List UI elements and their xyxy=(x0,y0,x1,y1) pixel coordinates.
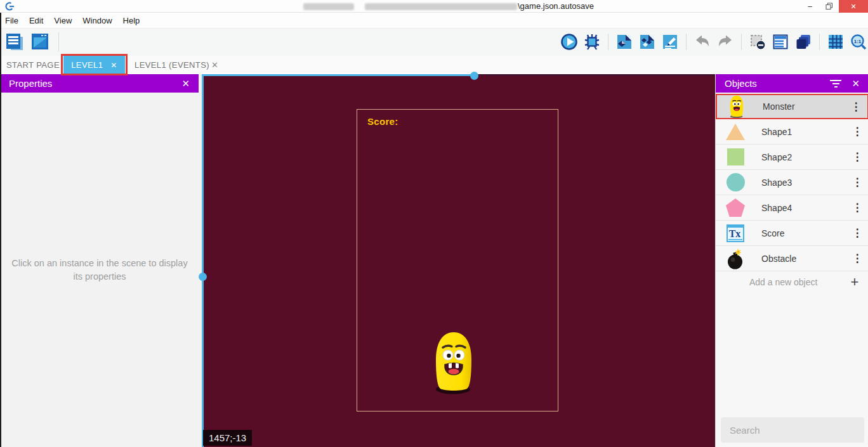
object-label: Shape1 xyxy=(761,127,846,137)
tab-start-page[interactable]: START PAGE xyxy=(6,56,60,74)
window-title: \game.json.autosave xyxy=(518,1,594,11)
tab-level1-close-icon[interactable]: ✕ xyxy=(110,61,117,70)
properties-empty-message: Click on an instance in the scene to dis… xyxy=(11,257,188,283)
objects-panel: Objects ✕ Monster ⋮ xyxy=(715,74,868,447)
panel-splitter-top-right[interactable] xyxy=(475,74,715,76)
monster-instance[interactable] xyxy=(433,331,475,396)
window-left-edge xyxy=(0,13,1,447)
splitter-handle-top[interactable] xyxy=(470,72,478,80)
kebab-menu-icon[interactable]: ⋮ xyxy=(846,176,868,189)
svg-text:Tx: Tx xyxy=(729,228,741,239)
toolbar-divider xyxy=(608,34,608,50)
panel-splitter-left[interactable] xyxy=(202,74,204,447)
object-label: Monster xyxy=(763,101,845,112)
zoom-ratio-label: 1:1 xyxy=(854,39,862,44)
add-object-plus-icon[interactable]: + xyxy=(841,274,868,290)
filter-icon[interactable] xyxy=(830,80,841,87)
properties-panel-title: Properties xyxy=(9,78,181,89)
object-row-monster[interactable]: Monster ⋮ xyxy=(716,94,868,119)
bomb-thumbnail xyxy=(725,247,746,270)
kebab-menu-icon[interactable]: ⋮ xyxy=(845,100,867,113)
kebab-menu-icon[interactable]: ⋮ xyxy=(846,201,868,214)
play-icon[interactable] xyxy=(561,34,577,50)
close-button[interactable]: ✕ xyxy=(839,0,868,13)
layers-icon[interactable] xyxy=(795,34,812,50)
splitter-handle-left[interactable] xyxy=(199,273,207,281)
object-row-shape4[interactable]: Shape4 ⋮ xyxy=(716,195,868,221)
object-label: Shape4 xyxy=(761,203,846,213)
properties-panel: Properties ✕ Click on an instance in the… xyxy=(0,74,202,447)
pentagon-thumbnail xyxy=(726,198,745,217)
object-groups-icon[interactable] xyxy=(639,34,655,50)
object-label: Obstacle xyxy=(761,254,846,264)
debug-icon[interactable] xyxy=(584,34,600,50)
properties-panel-header: Properties ✕ xyxy=(0,74,199,93)
menubar: File Edit View Window Help xyxy=(0,13,868,29)
instances-list-icon[interactable] xyxy=(772,34,789,50)
search-icon xyxy=(856,424,857,436)
edit-scene-properties-icon[interactable] xyxy=(662,34,678,50)
object-label: Shape3 xyxy=(761,178,846,188)
object-search-input[interactable] xyxy=(730,425,856,436)
gdevelop-logo-icon xyxy=(4,1,15,11)
tabbar: START PAGE LEVEL1 ✕ LEVEL1 (EVENTS) ✕ xyxy=(0,56,868,74)
objects-panel-title: Objects xyxy=(725,78,830,89)
toolbar-divider xyxy=(58,32,59,51)
panel-splitter-top[interactable] xyxy=(202,74,475,76)
tab-level1-label: LEVEL1 xyxy=(71,60,103,70)
score-text-instance[interactable]: Score: xyxy=(367,116,398,127)
text-object-thumbnail: Tx xyxy=(725,224,746,242)
properties-close-icon[interactable]: ✕ xyxy=(181,78,190,89)
toolbar-divider xyxy=(819,34,820,50)
zoom-1-1-icon[interactable]: 1:1 xyxy=(850,34,867,50)
object-row-score[interactable]: Tx Score ⋮ xyxy=(716,221,868,246)
kebab-menu-icon[interactable]: ⋮ xyxy=(846,226,868,240)
tab-level1-events[interactable]: LEVEL1 (EVENTS) xyxy=(135,56,209,74)
objects-editor-icon[interactable] xyxy=(616,34,633,50)
objects-panel-header: Objects ✕ xyxy=(716,74,868,93)
restore-button[interactable] xyxy=(820,0,838,13)
tab-level1[interactable]: LEVEL1 ✕ xyxy=(63,56,125,74)
tab-level1-events-close-icon[interactable]: ✕ xyxy=(211,56,218,74)
menu-help[interactable]: Help xyxy=(123,16,140,25)
object-row-obstacle[interactable]: Obstacle ⋮ xyxy=(716,246,868,271)
object-label: Shape2 xyxy=(761,152,846,162)
menu-view[interactable]: View xyxy=(54,16,72,25)
object-row-shape2[interactable]: Shape2 ⋮ xyxy=(716,145,868,170)
scene-canvas[interactable]: Score: 1457;-13 xyxy=(202,74,715,447)
toolbar-divider xyxy=(686,34,687,50)
monster-thumbnail xyxy=(726,95,747,119)
circle-thumbnail xyxy=(727,173,745,191)
titlebar: \game.json.autosave – ✕ xyxy=(0,0,868,13)
redo-icon[interactable] xyxy=(717,34,733,50)
objects-close-icon[interactable]: ✕ xyxy=(852,78,860,89)
undo-icon[interactable] xyxy=(694,34,711,50)
cursor-coordinates: 1457;-13 xyxy=(203,430,252,446)
kebab-menu-icon[interactable]: ⋮ xyxy=(846,150,868,164)
toolbar: 1:1 xyxy=(0,29,868,56)
minimize-button[interactable]: – xyxy=(801,0,819,13)
object-search-box[interactable] xyxy=(721,417,864,443)
add-object-row[interactable]: Add a new object + xyxy=(716,271,868,293)
object-row-shape1[interactable]: Shape1 ⋮ xyxy=(716,119,868,145)
clear-selection-icon[interactable] xyxy=(749,34,766,50)
start-page-icon[interactable] xyxy=(30,32,49,51)
redacted-title-segment xyxy=(303,3,354,10)
gdevelop-window: \game.json.autosave – ✕ File Edit View W… xyxy=(0,0,868,447)
kebab-menu-icon[interactable]: ⋮ xyxy=(846,125,868,138)
kebab-menu-icon[interactable]: ⋮ xyxy=(846,252,868,265)
object-label: Score xyxy=(761,228,846,238)
object-row-shape3[interactable]: Shape3 ⋮ xyxy=(716,170,868,195)
menu-file[interactable]: File xyxy=(5,16,18,25)
triangle-thumbnail xyxy=(726,124,745,140)
redacted-title-segment xyxy=(365,3,517,10)
square-thumbnail xyxy=(727,148,744,165)
grid-icon[interactable] xyxy=(827,34,844,50)
add-object-label: Add a new object xyxy=(749,277,841,287)
toolbar-divider xyxy=(741,34,742,50)
menu-edit[interactable]: Edit xyxy=(29,16,43,25)
restore-icon xyxy=(825,3,833,10)
project-manager-icon[interactable] xyxy=(5,32,24,51)
menu-window[interactable]: Window xyxy=(82,16,112,25)
